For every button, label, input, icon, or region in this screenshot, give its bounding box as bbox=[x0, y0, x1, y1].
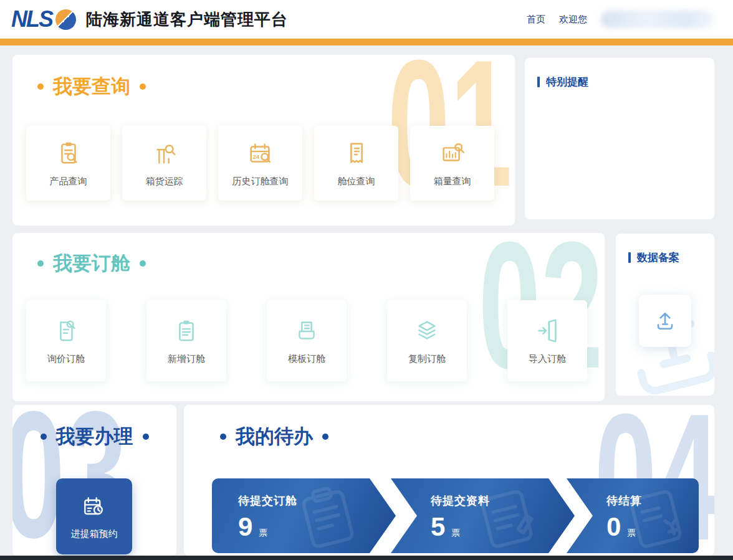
card-label: 历史订舱查询 bbox=[232, 176, 289, 187]
section-query: 01 我要查询 产品查询 bbox=[12, 55, 515, 225]
banner-count: 5 bbox=[431, 512, 445, 542]
bullet-dot bbox=[140, 260, 146, 267]
section-data-filing: 数据备案 bbox=[616, 234, 714, 396]
card-label: 模板订舱 bbox=[288, 353, 325, 365]
card-product-query[interactable]: 产品查询 bbox=[26, 126, 110, 201]
card-label: 进提箱预约 bbox=[71, 528, 118, 540]
receipt-icon bbox=[342, 139, 371, 168]
welcome-label: 欢迎您 bbox=[559, 14, 587, 26]
special-reminder-header: 特别提醒 bbox=[525, 58, 714, 89]
nls-logo-text: NLS bbox=[11, 6, 52, 32]
section-todo-title: 我的待办 bbox=[220, 424, 328, 450]
layers-icon bbox=[413, 316, 441, 345]
data-filing-upload-button[interactable] bbox=[639, 295, 691, 347]
card-label: 询价订舱 bbox=[47, 353, 85, 365]
card-volume-query[interactable]: 箱量查询 bbox=[410, 126, 494, 201]
card-import-booking[interactable]: 导入订舱 bbox=[507, 300, 587, 381]
card-label: 舱位查询 bbox=[338, 176, 375, 187]
svg-text:24: 24 bbox=[252, 153, 259, 160]
bullet-dot bbox=[37, 260, 44, 267]
header-bar bbox=[628, 252, 631, 263]
card-inquiry-booking[interactable]: 询价订舱 bbox=[26, 300, 106, 381]
card-copy-booking[interactable]: 复制订舱 bbox=[387, 300, 467, 381]
header-nav: 首页 欢迎您 bbox=[527, 11, 714, 28]
section-handle: 03 我要办理 进提箱预约 bbox=[12, 405, 176, 556]
bullet-dot bbox=[143, 434, 149, 440]
card-label: 复制订舱 bbox=[408, 353, 446, 365]
card-label: 新增订舱 bbox=[168, 353, 205, 365]
clipboard-icon bbox=[172, 316, 201, 345]
header-bar bbox=[537, 77, 540, 87]
nav-home-link[interactable]: 首页 bbox=[527, 14, 545, 26]
bullet-dot bbox=[41, 434, 47, 440]
card-label: 箱货运踪 bbox=[146, 176, 183, 187]
card-template-booking[interactable]: 模板订舱 bbox=[267, 300, 347, 381]
calendar-clock-icon bbox=[80, 493, 108, 521]
section-handle-title: 我要办理 bbox=[41, 424, 149, 450]
card-cargo-tracking[interactable]: 箱货运踪 bbox=[122, 126, 206, 201]
banner-pending-settlement[interactable]: 待结算 0 票 bbox=[567, 478, 699, 553]
banner-pending-documents[interactable]: 待提交资料 5 票 bbox=[391, 478, 575, 553]
cargo-tracking-search-icon bbox=[150, 139, 179, 168]
banner-unit: 票 bbox=[627, 528, 636, 539]
app-root: NLS 陆海新通道客户端管理平台 首页 欢迎您 01 我要查询 bbox=[0, 0, 733, 560]
card-new-booking[interactable]: 新增订舱 bbox=[146, 300, 226, 381]
bullet-dot bbox=[220, 434, 226, 440]
clipboard-search-icon bbox=[54, 139, 83, 168]
section-todo: 04 我的待办 待提交订舱 9 票 bbox=[184, 405, 714, 556]
upload-icon bbox=[651, 307, 679, 335]
bullet-dot bbox=[322, 434, 328, 440]
banner-unit: 票 bbox=[451, 528, 460, 539]
section-special-reminder: 特别提醒 bbox=[525, 58, 714, 219]
banner-unit: 票 bbox=[259, 528, 267, 539]
banner-count: 9 bbox=[238, 512, 252, 542]
card-label: 导入订舱 bbox=[529, 353, 566, 365]
card-label: 箱量查询 bbox=[434, 176, 471, 187]
document-search-icon bbox=[52, 316, 80, 345]
card-container-appointment[interactable]: 进提箱预约 bbox=[56, 478, 132, 554]
calendar-search-icon: 24 bbox=[246, 139, 275, 168]
accent-bar bbox=[0, 39, 733, 45]
bullet-dot bbox=[37, 83, 44, 90]
todo-banners: 待提交订舱 9 票 待提交资料 5 bbox=[184, 478, 714, 553]
card-space-query[interactable]: 舱位查询 bbox=[314, 126, 398, 201]
template-doc-icon bbox=[292, 316, 321, 345]
banner-label: 待提交资料 bbox=[431, 493, 490, 508]
page-title: 陆海新通道客户端管理平台 bbox=[86, 9, 288, 31]
card-label: 产品查询 bbox=[50, 176, 87, 187]
data-filing-header: 数据备案 bbox=[616, 234, 714, 265]
section-booking-title: 我要订舱 bbox=[37, 250, 146, 277]
banner-label: 待结算 bbox=[606, 493, 642, 508]
clipboard-watermark-icon bbox=[286, 478, 370, 553]
nls-globe-icon bbox=[55, 9, 76, 30]
nls-logo: NLS bbox=[11, 6, 76, 32]
bullet-dot bbox=[140, 83, 146, 90]
card-history-booking-query[interactable]: 24 历史订舱查询 bbox=[218, 126, 302, 201]
section-booking: 02 我要订舱 询价订舱 bbox=[12, 233, 605, 401]
banner-count: 0 bbox=[606, 512, 621, 542]
banner-pending-booking[interactable]: 待提交订舱 9 票 bbox=[212, 478, 396, 553]
username-redacted[interactable] bbox=[601, 11, 714, 28]
header: NLS 陆海新通道客户端管理平台 首页 欢迎您 bbox=[0, 0, 733, 39]
bottom-edge-strip bbox=[0, 556, 733, 560]
query-cards: 产品查询 箱货运踪 24 bbox=[26, 126, 494, 201]
chart-search-icon bbox=[438, 139, 467, 168]
section-query-title: 我要查询 bbox=[37, 74, 146, 100]
banner-label: 待提交订舱 bbox=[238, 493, 297, 508]
booking-cards: 询价订舱 新增订舱 bbox=[26, 300, 587, 381]
door-import-icon bbox=[533, 316, 562, 345]
